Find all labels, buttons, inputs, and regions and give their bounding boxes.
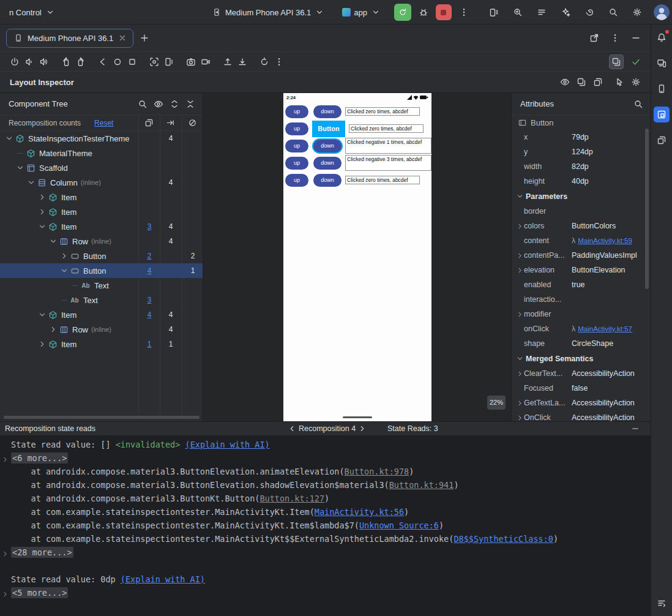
selected-node-overlay[interactable]: Button: [312, 121, 345, 137]
recomposition-count-column-icon[interactable]: [144, 118, 154, 128]
device-down-button[interactable]: down: [313, 105, 342, 118]
recomposition-count-link[interactable]: 4: [140, 263, 159, 278]
chevron-right-icon[interactable]: [515, 310, 524, 318]
stack-file-link[interactable]: MainActivity.kt:56: [315, 507, 404, 517]
device-screen[interactable]: 2:24 updownClicked zero times, abcdefupB…: [283, 93, 431, 421]
screenshot-button[interactable]: [147, 54, 162, 69]
device-selector[interactable]: Medium Phone API 36.1: [207, 4, 329, 20]
volume-up-button[interactable]: [37, 54, 51, 69]
debug-button[interactable]: [416, 5, 431, 20]
tree-node-item[interactable]: Item44: [0, 307, 203, 322]
tree-expander-icon[interactable]: [59, 266, 69, 276]
tree-expander-icon[interactable]: [4, 133, 14, 143]
tree-expander-icon[interactable]: [37, 339, 47, 349]
fold-device-button[interactable]: [162, 54, 176, 69]
rerun-button[interactable]: [394, 4, 411, 21]
tree-node-item[interactable]: Item34: [0, 219, 203, 234]
device-up-button[interactable]: up: [285, 157, 308, 170]
device-up-button[interactable]: up: [285, 105, 308, 118]
device-down-button[interactable]: down: [313, 140, 342, 152]
vcs-widget[interactable]: n Control: [5, 4, 60, 20]
layout-inspector-toggle[interactable]: [609, 54, 624, 69]
device-down-button[interactable]: down: [313, 157, 342, 170]
settings-icon[interactable]: [630, 5, 644, 20]
visibility-filter-icon[interactable]: [151, 97, 166, 111]
explain-with-ai-link[interactable]: (Explain with AI): [185, 440, 270, 449]
power-button[interactable]: [7, 54, 22, 69]
upload-button[interactable]: [220, 54, 235, 69]
chevron-right-icon[interactable]: [515, 251, 524, 260]
tree-expander-icon[interactable]: [48, 325, 58, 334]
reset-counts-link[interactable]: Reset: [94, 119, 113, 127]
skip-count-column-icon[interactable]: [188, 118, 198, 128]
gemini-ai-icon[interactable]: [558, 5, 573, 20]
build-variants-icon[interactable]: [654, 132, 670, 148]
recomposition-count-link[interactable]: 3: [140, 219, 159, 234]
overview-button[interactable]: [125, 54, 140, 69]
screen-record-button[interactable]: [198, 54, 213, 69]
device-up-button[interactable]: up: [285, 122, 308, 135]
tree-node-row[interactable]: Row(inline)4: [0, 234, 203, 249]
camera-button[interactable]: [184, 54, 198, 69]
device-up-button[interactable]: up: [285, 140, 308, 152]
fold-chevron-icon[interactable]: [1, 588, 10, 597]
tree-node-scaffold[interactable]: Scaffold: [0, 160, 203, 175]
tree-expander-icon[interactable]: [37, 222, 47, 231]
search-everywhere-icon[interactable]: [606, 5, 621, 20]
back-button[interactable]: [95, 54, 110, 69]
hide-panel-icon[interactable]: [629, 31, 643, 45]
tree-expander-icon[interactable]: [37, 192, 47, 202]
more-options-button[interactable]: [272, 54, 286, 69]
reset-button[interactable]: [257, 54, 272, 69]
tab-options-icon[interactable]: [608, 31, 622, 45]
attr-source-link[interactable]: MainActivity.kt:57: [578, 325, 632, 332]
save-to-device-button[interactable]: [235, 54, 250, 69]
stop-button[interactable]: [436, 4, 452, 20]
export-snapshot-icon[interactable]: [591, 75, 605, 89]
recomposition-count-link[interactable]: 4: [140, 307, 159, 322]
tree-expander-icon[interactable]: [59, 251, 69, 261]
prev-recomposition-button[interactable]: [286, 423, 297, 434]
tree-expander-icon[interactable]: [48, 236, 58, 246]
tree-node-materialtheme[interactable]: MaterialTheme: [0, 146, 203, 160]
attributes-search-icon[interactable]: [631, 97, 646, 111]
volume-down-button[interactable]: [22, 54, 37, 69]
tree-expander-icon[interactable]: [37, 310, 47, 320]
chevron-down-icon[interactable]: [515, 355, 524, 363]
attributes-scrollbar[interactable]: [645, 129, 649, 289]
fold-toggle[interactable]: <6 more...>: [11, 453, 68, 464]
chevron-right-icon[interactable]: [515, 369, 524, 378]
tree-expander-icon[interactable]: [37, 207, 47, 217]
new-tab-button[interactable]: [137, 31, 152, 45]
tree-node-item[interactable]: Item: [0, 190, 203, 205]
attr-source-link[interactable]: MainActivity.kt:59: [578, 237, 632, 244]
notifications-bell-icon[interactable]: [654, 29, 670, 45]
explain-with-ai-link[interactable]: (Explain with AI): [121, 574, 205, 584]
tree-node-button[interactable]: Button41: [0, 263, 203, 278]
fold-chevron-icon[interactable]: [1, 454, 10, 462]
tab-medium-phone[interactable]: Medium Phone API 36.1: [6, 29, 133, 48]
tree-expander-icon[interactable]: [15, 163, 25, 173]
chevron-right-icon[interactable]: [515, 399, 524, 407]
stack-file-link[interactable]: Button.kt:978: [345, 467, 409, 476]
todo-list-icon[interactable]: [534, 5, 549, 20]
tree-node-text[interactable]: AbText3: [0, 293, 203, 307]
tree-node-text[interactable]: AbText: [0, 278, 203, 293]
tree-node-stateinspectiontestertheme[interactable]: StateInspectionTesterTheme4: [0, 131, 203, 146]
stack-file-link[interactable]: Button.kt:127: [259, 494, 324, 503]
device-down-button[interactable]: down: [313, 174, 342, 187]
state-reads-console[interactable]: State read value: [] <invalidated> (Expl…: [0, 436, 651, 616]
recomposition-count-link[interactable]: 3: [140, 293, 159, 307]
tree-expander-icon[interactable]: [26, 178, 36, 187]
tree-node-item[interactable]: Item: [0, 205, 203, 219]
rotate-left-button[interactable]: [59, 54, 73, 69]
device-streaming-icon[interactable]: [487, 5, 501, 20]
live-updates-icon[interactable]: [558, 75, 572, 89]
event-log-icon[interactable]: [654, 595, 670, 611]
tree-node-column[interactable]: Column(inline)4: [0, 175, 203, 190]
chevron-right-icon[interactable]: [515, 266, 524, 274]
rotate-right-button[interactable]: [73, 54, 88, 69]
open-in-window-icon[interactable]: [587, 31, 602, 45]
fold-toggle[interactable]: <28 more...>: [11, 547, 73, 558]
recomposition-count-link[interactable]: 2: [140, 249, 159, 263]
